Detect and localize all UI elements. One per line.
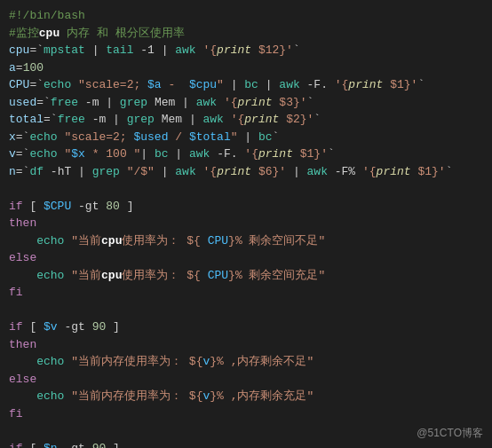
code-line-2: #监控cpu 内存 和 根分区使用率 [9, 25, 483, 43]
code-line-23: echo "当前内存使用率为： ${v}% ,内存剩余充足" [9, 388, 483, 405]
code-line-10: n=`df -hT | grep "/$" | awk '{print $6}'… [9, 163, 483, 181]
code-line-5: CPU=`echo "scale=2; $a - $cpu" | bc | aw… [9, 76, 483, 94]
code-line-24: fi [9, 405, 483, 423]
code-line-3: cpu=`mpstat | tail -1 | awk '{print $12}… [9, 42, 483, 59]
code-line-14: echo "当前cpu使用率为： ${ CPU}% 剩余空间不足" [9, 232, 483, 250]
code-line-8: x=`echo "scale=2; $used / $total" | bc` [9, 129, 483, 146]
code-container: #!/bin/bash #监控cpu 内存 和 根分区使用率 cpu=`mpst… [0, 0, 492, 448]
code-line-26: if [ $n -gt 90 ] [9, 440, 483, 449]
code-line-16: echo "当前cpu使用率为： ${ CPU}% 剩余空间充足" [9, 267, 483, 285]
code-line-25 [9, 422, 483, 440]
code-line-12: if [ $CPU -gt 80 ] [9, 198, 483, 216]
watermark: @51CTO博客 [417, 426, 483, 441]
code-line-11 [9, 180, 483, 198]
code-line-9: v=`echo "$x * 100 "| bc | awk -F. '{prin… [9, 145, 483, 163]
code-line-7: total=`free -m | grep Mem | awk '{print … [9, 111, 483, 129]
code-line-22: else [9, 371, 483, 389]
code-line-6: used=`free -m | grep Mem | awk '{print $… [9, 94, 483, 112]
code-line-17: fi [9, 284, 483, 302]
code-line-20: then [9, 336, 483, 354]
code-line-13: then [9, 215, 483, 232]
code-line-1: #!/bin/bash [9, 7, 483, 25]
code-line-15: else [9, 249, 483, 267]
code-line-4: a=100 [9, 59, 483, 77]
code-line-21: echo "当前内存使用率为： ${v}% ,内存剩余不足" [9, 353, 483, 371]
code-line-18 [9, 302, 483, 319]
code-line-19: if [ $v -gt 90 ] [9, 318, 483, 336]
